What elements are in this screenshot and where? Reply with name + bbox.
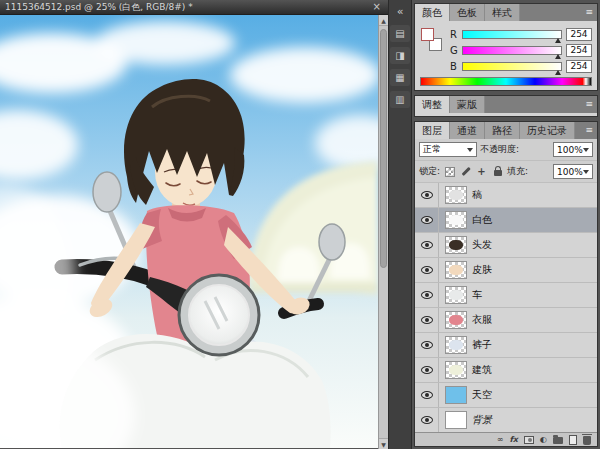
layer-thumbnail[interactable]: [445, 211, 467, 229]
document-titlebar[interactable]: 1115364512.psd @ 25% (白色, RGB/8#) * ×: [0, 0, 388, 15]
canvas[interactable]: [0, 15, 378, 448]
expand-dock-icon[interactable]: «: [390, 3, 410, 20]
close-icon[interactable]: ×: [371, 2, 383, 12]
layer-row[interactable]: 衣服: [415, 308, 597, 333]
layer-name: 头发: [472, 238, 492, 252]
new-layer-icon[interactable]: [569, 434, 577, 445]
tab-swatches[interactable]: 色板: [450, 4, 485, 21]
layer-name: 天空: [472, 388, 492, 402]
layer-row[interactable]: 背景: [415, 408, 597, 432]
layer-thumbnail[interactable]: [445, 186, 467, 204]
panel-menu-icon[interactable]: ≡: [581, 122, 597, 139]
delete-layer-icon[interactable]: [583, 434, 591, 445]
scrollbar-track[interactable]: [379, 26, 388, 438]
layer-name: 衣服: [472, 313, 492, 327]
layer-visibility-toggle[interactable]: [415, 408, 439, 432]
tab-history[interactable]: 历史记录: [520, 122, 575, 139]
layer-style-icon[interactable]: fx: [509, 434, 518, 445]
lock-label: 锁定:: [419, 165, 440, 178]
layer-thumbnail[interactable]: [445, 386, 467, 404]
lock-all-icon[interactable]: [491, 165, 504, 178]
layer-visibility-toggle[interactable]: [415, 183, 439, 207]
blue-channel-label: B: [450, 61, 458, 72]
layer-row[interactable]: 稿: [415, 183, 597, 208]
red-slider[interactable]: [462, 30, 562, 39]
blue-value-input[interactable]: 254: [566, 60, 592, 73]
opacity-input[interactable]: 100%: [553, 142, 593, 157]
lock-transparency-icon[interactable]: [443, 165, 456, 178]
dock-panel-icon[interactable]: ▥: [390, 91, 410, 108]
panel-menu-icon[interactable]: ≡: [581, 4, 597, 21]
layer-visibility-toggle[interactable]: [415, 383, 439, 407]
layer-list: 稿 白色 头发 皮肤: [415, 183, 597, 432]
layer-name: 车: [472, 288, 482, 302]
layer-thumbnail[interactable]: [445, 361, 467, 379]
color-spectrum-ramp[interactable]: [420, 77, 592, 86]
slider-handle-icon[interactable]: [555, 70, 561, 75]
layer-row[interactable]: 车: [415, 283, 597, 308]
dock-panel-icon[interactable]: ▤: [390, 25, 410, 42]
slider-handle-icon[interactable]: [555, 38, 561, 43]
layer-visibility-toggle[interactable]: [415, 308, 439, 332]
adjustment-layer-icon[interactable]: ◐: [540, 434, 547, 445]
lock-position-icon[interactable]: +: [475, 165, 488, 178]
tab-adjustments[interactable]: 调整: [415, 96, 450, 113]
layer-name: 建筑: [472, 363, 492, 377]
layer-mask-icon[interactable]: [524, 434, 534, 445]
layer-row[interactable]: 皮肤: [415, 258, 597, 283]
color-swatches: [420, 26, 444, 58]
eye-icon: [421, 341, 433, 349]
layer-visibility-toggle[interactable]: [415, 358, 439, 382]
tab-paths[interactable]: 路径: [485, 122, 520, 139]
red-value-input[interactable]: 254: [566, 28, 592, 41]
layer-visibility-toggle[interactable]: [415, 233, 439, 257]
dropdown-arrow-icon: [583, 170, 589, 174]
eye-icon: [421, 416, 433, 424]
foreground-color-swatch[interactable]: [421, 28, 434, 41]
layer-row[interactable]: 裤子: [415, 333, 597, 358]
tab-color[interactable]: 颜色: [415, 4, 450, 21]
green-value-input[interactable]: 254: [566, 44, 592, 57]
layer-thumbnail[interactable]: [445, 311, 467, 329]
layer-thumbnail[interactable]: [445, 261, 467, 279]
link-layers-icon[interactable]: ∞: [497, 434, 504, 445]
lock-pixels-icon[interactable]: [459, 165, 472, 178]
slider-handle-icon[interactable]: [555, 54, 561, 59]
blue-slider[interactable]: [462, 62, 562, 71]
red-slider-row: R 254: [450, 28, 592, 40]
blend-mode-select[interactable]: 正常: [419, 142, 477, 157]
layers-panel-tabs: 图层 通道 路径 历史记录 ≡: [415, 122, 597, 139]
vertical-scrollbar[interactable]: ▲ ▼: [378, 15, 388, 449]
tab-masks[interactable]: 蒙版: [450, 96, 485, 113]
layers-bottom-bar: ∞ fx ◐: [415, 432, 597, 446]
tab-channels[interactable]: 通道: [450, 122, 485, 139]
layer-row[interactable]: 天空: [415, 383, 597, 408]
layer-row[interactable]: 头发: [415, 233, 597, 258]
new-group-icon[interactable]: [553, 434, 563, 445]
document-window: 1115364512.psd @ 25% (白色, RGB/8#) * ×: [0, 0, 388, 449]
eye-icon: [421, 191, 433, 199]
canvas-artwork: [0, 15, 378, 448]
scroll-down-icon[interactable]: ▼: [379, 438, 388, 449]
layer-visibility-toggle[interactable]: [415, 258, 439, 282]
layer-thumbnail[interactable]: [445, 336, 467, 354]
dock-panel-icon[interactable]: ▦: [390, 69, 410, 86]
tab-styles[interactable]: 样式: [485, 4, 520, 21]
blend-mode-row: 正常 不透明度: 100%: [415, 139, 597, 161]
layer-row[interactable]: 白色: [415, 208, 597, 233]
scroll-up-icon[interactable]: ▲: [379, 15, 388, 26]
dock-panel-icon[interactable]: ◨: [390, 47, 410, 64]
layer-visibility-toggle[interactable]: [415, 283, 439, 307]
panel-menu-icon[interactable]: ≡: [581, 96, 597, 113]
layer-thumbnail[interactable]: [445, 236, 467, 254]
layer-thumbnail[interactable]: [445, 286, 467, 304]
green-slider[interactable]: [462, 46, 562, 55]
layer-visibility-toggle[interactable]: [415, 208, 439, 232]
layer-row[interactable]: 建筑: [415, 358, 597, 383]
panel-column: 颜色 色板 样式 ≡ R 254: [412, 0, 600, 449]
tab-layers[interactable]: 图层: [415, 122, 450, 139]
layer-visibility-toggle[interactable]: [415, 333, 439, 357]
fill-input[interactable]: 100%: [553, 164, 593, 179]
layer-thumbnail[interactable]: [445, 411, 467, 429]
scrollbar-thumb[interactable]: [380, 29, 387, 268]
